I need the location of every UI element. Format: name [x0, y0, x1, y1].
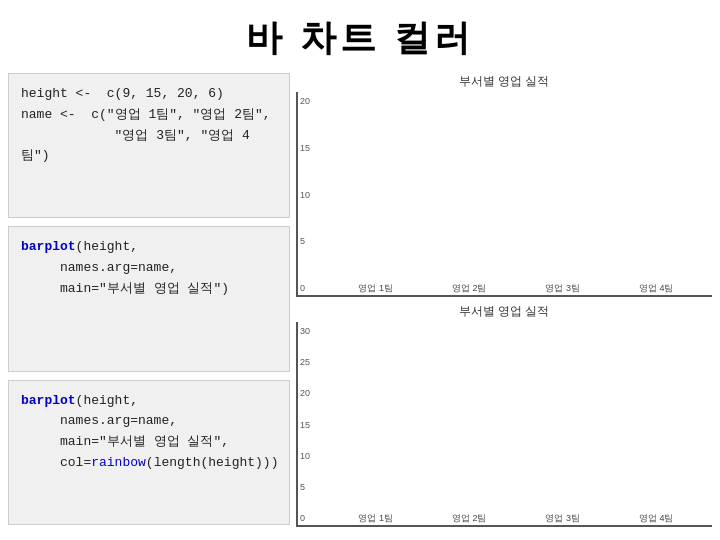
code-line: (height, — [76, 393, 138, 408]
code-block-3: barplot(height, names.arg=name, main="부서… — [8, 380, 290, 525]
code-block-2: barplot(height, names.arg=name, main="부서… — [8, 226, 290, 371]
bar-group: 영업 4팀 — [636, 278, 676, 295]
page-title: 바 차트 컬러 — [0, 0, 720, 73]
y-axis-labels-2: 0 5 10 15 20 25 30 — [300, 326, 310, 523]
bars-wrapper-2: 영업 1팀영업 2팀영업 3팀영업 4팀 — [328, 326, 704, 525]
code-keyword: barplot — [21, 393, 76, 408]
left-panel: height <- c(9, 15, 20, 6) name <- c("영업 … — [0, 73, 290, 533]
bar-label: 영업 3팀 — [545, 512, 580, 525]
bar-group: 영업 1팀 — [356, 278, 396, 295]
bar-group: 영업 3팀 — [543, 278, 583, 295]
code-line: col=rainbow(length(height))) — [21, 455, 278, 470]
code-keyword: barplot — [21, 239, 76, 254]
bar-label: 영업 1팀 — [358, 512, 393, 525]
chart-2: 부서별 영업 실적 0 5 10 15 20 25 30 영업 1팀영업 2팀영… — [296, 303, 712, 527]
code-line: "영업 3팀", "영업 4팀") — [21, 128, 250, 164]
chart-1-area: 0 5 10 15 20 영업 1팀영업 2팀영업 3팀영업 4팀 — [296, 92, 712, 297]
chart-1: 부서별 영업 실적 0 5 10 15 20 영업 1팀영업 2팀영업 3팀영업… — [296, 73, 712, 297]
y-axis-labels-1: 0 5 10 15 20 — [300, 96, 310, 293]
code-line: names.arg=name, — [21, 413, 177, 428]
code-line: main="부서별 영업 실적") — [21, 281, 229, 296]
bar-label: 영업 2팀 — [452, 512, 487, 525]
page-number: 14 — [0, 533, 720, 540]
bar-label: 영업 2팀 — [452, 282, 487, 295]
bar-label: 영업 4팀 — [639, 282, 674, 295]
code-line: main="부서별 영업 실적", — [21, 434, 229, 449]
chart-1-title: 부서별 영업 실적 — [296, 73, 712, 90]
bar-label: 영업 4팀 — [639, 512, 674, 525]
bar-group: 영업 1팀 — [356, 508, 396, 525]
code-line: height <- c(9, 15, 20, 6) — [21, 86, 224, 101]
bar-label: 영업 1팀 — [358, 282, 393, 295]
bar-group: 영업 4팀 — [636, 508, 676, 525]
bar-group: 영업 2팀 — [449, 508, 489, 525]
chart-2-title: 부서별 영업 실적 — [296, 303, 712, 320]
chart-2-area: 0 5 10 15 20 25 30 영업 1팀영업 2팀영업 3팀영업 4팀 — [296, 322, 712, 527]
bar-group: 영업 3팀 — [543, 508, 583, 525]
right-panel: 부서별 영업 실적 0 5 10 15 20 영업 1팀영업 2팀영업 3팀영업… — [290, 73, 720, 533]
bar-group: 영업 2팀 — [449, 278, 489, 295]
code-line: name <- c("영업 1팀", "영업 2팀", — [21, 107, 271, 122]
code-block-1: height <- c(9, 15, 20, 6) name <- c("영업 … — [8, 73, 290, 218]
bars-wrapper-1: 영업 1팀영업 2팀영업 3팀영업 4팀 — [328, 96, 704, 295]
bar-label: 영업 3팀 — [545, 282, 580, 295]
code-line: names.arg=name, — [21, 260, 177, 275]
code-line: (height, — [76, 239, 138, 254]
